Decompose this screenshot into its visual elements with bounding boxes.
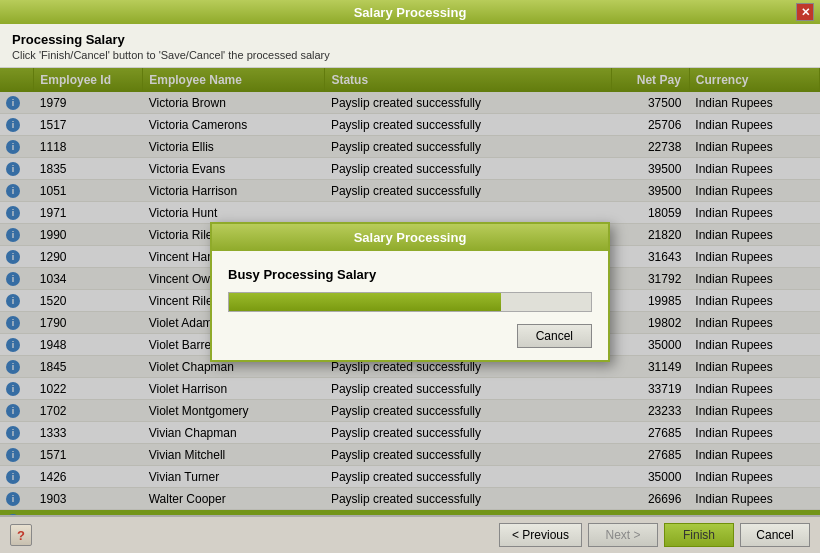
modal-title-bar: Salary Processing: [212, 224, 608, 251]
progress-bar-container: [228, 292, 592, 312]
header-title: Processing Salary: [12, 32, 808, 47]
window-title: Salary Processing: [354, 5, 467, 20]
footer: ? < Previous Next > Finish Cancel: [0, 515, 820, 553]
modal-cancel-button[interactable]: Cancel: [517, 324, 592, 348]
cancel-button[interactable]: Cancel: [740, 523, 810, 547]
progress-bar-fill: [229, 293, 501, 311]
previous-button[interactable]: < Previous: [499, 523, 582, 547]
salary-processing-modal: Salary Processing Busy Processing Salary…: [210, 222, 610, 362]
title-bar: Salary Processing ✕: [0, 0, 820, 24]
modal-actions: Cancel: [228, 324, 592, 348]
modal-overlay: Salary Processing Busy Processing Salary…: [0, 68, 820, 515]
next-button[interactable]: Next >: [588, 523, 658, 547]
help-button[interactable]: ?: [10, 524, 32, 546]
modal-body: Busy Processing Salary Cancel: [212, 251, 608, 360]
close-button[interactable]: ✕: [796, 3, 814, 21]
footer-right: < Previous Next > Finish Cancel: [499, 523, 810, 547]
finish-button[interactable]: Finish: [664, 523, 734, 547]
header-area: Processing Salary Click 'Finish/Cancel' …: [0, 24, 820, 68]
footer-left: ?: [10, 524, 32, 546]
modal-busy-text: Busy Processing Salary: [228, 267, 592, 282]
main-content: Employee Id Employee Name Status Net Pay…: [0, 68, 820, 515]
header-subtitle: Click 'Finish/Cancel' button to 'Save/Ca…: [12, 49, 808, 61]
